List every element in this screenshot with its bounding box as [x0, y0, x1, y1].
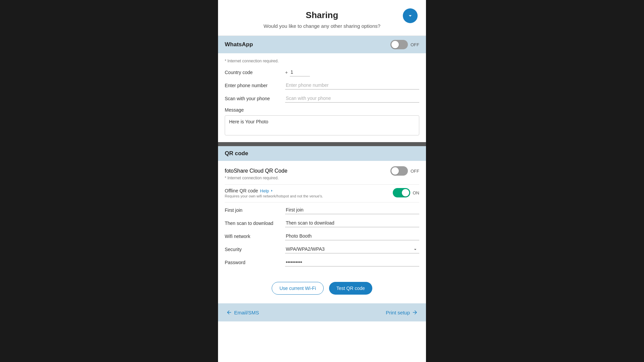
- fotoshare-row: fotoShare Cloud QR Code OFF: [225, 166, 419, 176]
- then-scan-input-area: [285, 219, 419, 227]
- offline-title: Offline QR code Help: [225, 188, 323, 193]
- offline-toggle-container: ON: [393, 188, 420, 197]
- wifi-input-area: [285, 232, 419, 240]
- phone-number-input[interactable]: [285, 81, 419, 89]
- qr-section-header: QR code: [218, 146, 426, 161]
- security-label: Security: [225, 247, 285, 252]
- footer: Email/SMS Print setup: [218, 303, 426, 321]
- fotoshare-label: fotoShare Cloud QR Code: [225, 168, 287, 174]
- fotoshare-toggle-slider: [390, 166, 408, 176]
- fotoshare-internet-note: * Internet connection required.: [225, 176, 419, 180]
- offline-toggle-label: ON: [413, 190, 420, 195]
- whatsapp-toggle-label: OFF: [411, 42, 419, 47]
- wifi-input[interactable]: [285, 232, 419, 240]
- page-subtitle: Would you like to change any other shari…: [225, 23, 419, 29]
- then-scan-input[interactable]: [285, 219, 419, 227]
- password-row: Password: [225, 258, 419, 266]
- security-row: Security WPA/WPA2/WPA3 WEP None: [225, 245, 419, 253]
- password-input-area: [285, 258, 419, 266]
- content-area: WhatsApp OFF * Internet connection requi…: [218, 36, 426, 301]
- phone-number-input-area: [285, 81, 419, 89]
- offline-sub-text: Requires your own wifi network/hotspot a…: [225, 194, 323, 198]
- first-join-row: First join: [225, 206, 419, 214]
- fotoshare-toggle-container: OFF: [390, 166, 419, 176]
- scan-phone-input-area: [285, 94, 419, 103]
- whatsapp-toggle-slider: [390, 40, 408, 49]
- scan-phone-input[interactable]: [285, 94, 419, 103]
- whatsapp-section-header: WhatsApp OFF: [218, 36, 426, 53]
- security-select[interactable]: WPA/WPA2/WPA3 WEP None: [285, 245, 419, 253]
- chevron-down-icon: [407, 12, 414, 19]
- then-scan-label: Then scan to download: [225, 221, 285, 226]
- offline-label-text: Offline QR code: [225, 188, 258, 193]
- wifi-row: Wifi network: [225, 232, 419, 240]
- divider-2: [225, 202, 419, 202]
- country-code-row: Country code +: [225, 68, 419, 76]
- whatsapp-toggle[interactable]: [390, 40, 408, 49]
- next-nav[interactable]: Print setup: [386, 309, 418, 315]
- phone-number-row: Enter phone number: [225, 81, 419, 89]
- next-nav-label: Print setup: [386, 310, 410, 315]
- scan-phone-label: Scan with your phone: [225, 96, 285, 101]
- whatsapp-internet-note: * Internet connection required.: [225, 59, 419, 63]
- whatsapp-title: WhatsApp: [225, 41, 253, 48]
- whatsapp-section-body: * Internet connection required. Country …: [218, 53, 426, 142]
- message-textarea[interactable]: Here is Your Photo: [225, 115, 419, 135]
- buttons-row: Use current Wi-Fi Test QR code: [218, 277, 426, 301]
- whatsapp-section: WhatsApp OFF * Internet connection requi…: [218, 36, 426, 142]
- first-join-input[interactable]: [285, 206, 419, 214]
- country-code-input[interactable]: [290, 68, 310, 76]
- password-label: Password: [225, 260, 285, 265]
- fotoshare-toggle-label: OFF: [411, 169, 419, 174]
- offline-toggle[interactable]: [393, 188, 410, 197]
- phone-number-label: Enter phone number: [225, 83, 285, 88]
- arrow-left-icon: [226, 309, 232, 315]
- offline-qr-row: Offline QR code Help Requires your own w…: [225, 188, 419, 198]
- header: Sharing Would you like to change any oth…: [218, 0, 426, 36]
- test-qr-button[interactable]: Test QR code: [329, 282, 372, 295]
- use-wifi-button[interactable]: Use current Wi-Fi: [272, 282, 324, 295]
- password-input[interactable]: [285, 258, 419, 266]
- fotoshare-toggle[interactable]: [390, 166, 408, 176]
- offline-label-group: Offline QR code Help Requires your own w…: [225, 188, 323, 198]
- security-select-wrapper: WPA/WPA2/WPA3 WEP None: [285, 245, 419, 253]
- first-join-label: First join: [225, 207, 285, 213]
- scan-phone-row: Scan with your phone: [225, 94, 419, 103]
- arrow-right-icon: [412, 309, 418, 315]
- message-label: Message: [225, 107, 419, 113]
- country-code-prefix: +: [285, 70, 288, 75]
- page-title: Sharing: [225, 10, 419, 20]
- country-code-input-area: +: [285, 68, 419, 76]
- back-nav[interactable]: Email/SMS: [226, 309, 259, 315]
- help-link[interactable]: Help: [260, 188, 274, 193]
- first-join-input-area: [285, 206, 419, 214]
- collapse-button[interactable]: [403, 8, 418, 23]
- qr-section: QR code fotoShare Cloud QR Code OFF * In…: [218, 146, 426, 301]
- then-scan-row: Then scan to download: [225, 219, 419, 227]
- country-code-label: Country code: [225, 70, 285, 75]
- back-nav-label: Email/SMS: [234, 310, 259, 315]
- qr-title: QR code: [225, 150, 248, 157]
- divider-1: [225, 184, 419, 185]
- qr-section-body: fotoShare Cloud QR Code OFF * Internet c…: [218, 161, 426, 277]
- chevron-right-icon: [270, 189, 274, 193]
- wifi-label: Wifi network: [225, 234, 285, 239]
- whatsapp-toggle-container: OFF: [390, 40, 419, 49]
- offline-toggle-slider: [393, 188, 410, 197]
- help-text: Help: [260, 188, 269, 193]
